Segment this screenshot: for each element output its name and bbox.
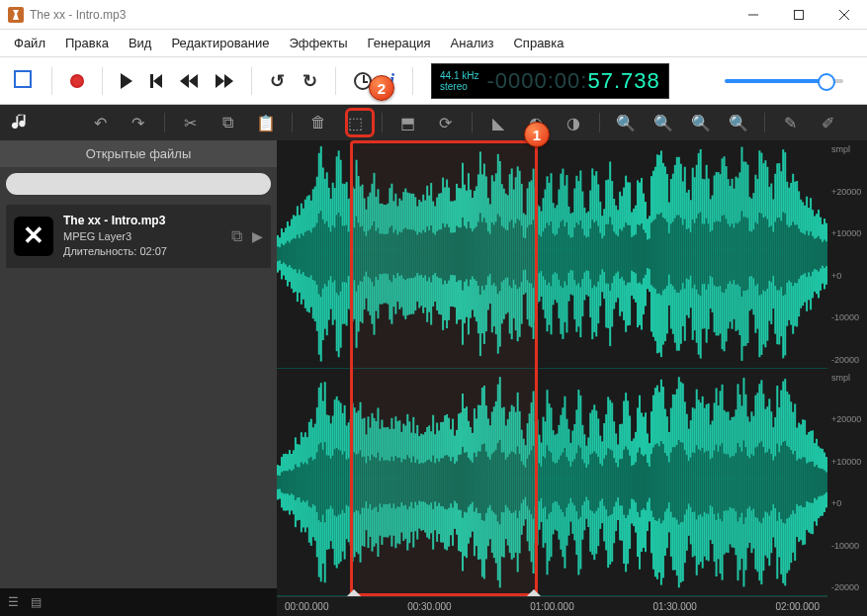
svg-rect-497 bbox=[756, 223, 758, 284]
svg-rect-921 bbox=[621, 459, 623, 505]
menu-effects[interactable]: Эффекты bbox=[279, 32, 357, 54]
maximize-button[interactable] bbox=[776, 0, 822, 30]
zoom-fit-button[interactable]: 🔍 bbox=[727, 111, 750, 134]
svg-rect-409 bbox=[670, 223, 672, 284]
delete-button[interactable]: 🗑 bbox=[306, 111, 330, 134]
ruler-tick: -10000 bbox=[827, 312, 867, 322]
svg-rect-89 bbox=[356, 217, 358, 292]
svg-rect-1097 bbox=[794, 451, 796, 513]
zoom-out-button[interactable]: 🔍 bbox=[651, 111, 675, 134]
svg-rect-971 bbox=[670, 452, 672, 511]
svg-rect-725 bbox=[428, 459, 430, 504]
menu-help[interactable]: Справка bbox=[503, 32, 573, 54]
svg-rect-903 bbox=[603, 458, 605, 505]
tool-pencil-icon[interactable]: ✎ bbox=[779, 111, 803, 134]
svg-rect-1091 bbox=[788, 447, 790, 517]
svg-rect-1055 bbox=[752, 455, 754, 508]
svg-rect-861 bbox=[562, 452, 564, 511]
svg-rect-727 bbox=[430, 462, 432, 502]
menu-analysis[interactable]: Анализ bbox=[441, 32, 504, 54]
svg-rect-1059 bbox=[756, 446, 758, 517]
stop-button[interactable] bbox=[12, 68, 34, 94]
file-meta: The xx - Intro.mp3 MPEG Layer3 Длительно… bbox=[63, 213, 221, 260]
tool-brush-icon[interactable]: ✐ bbox=[817, 111, 840, 134]
view-grid-icon[interactable]: ▤ bbox=[31, 595, 42, 609]
svg-rect-1081 bbox=[778, 452, 780, 512]
svg-rect-697 bbox=[400, 462, 402, 502]
paste-button[interactable]: 📋 bbox=[254, 111, 278, 134]
time-ruler[interactable]: 00:00.000 00:30.000 01:00.000 01:30.000 … bbox=[277, 596, 827, 616]
svg-rect-397 bbox=[658, 215, 660, 294]
svg-rect-111 bbox=[377, 228, 379, 280]
svg-rect-1043 bbox=[740, 451, 742, 512]
svg-rect-779 bbox=[481, 444, 483, 520]
menu-view[interactable]: Вид bbox=[119, 32, 162, 54]
play-button[interactable] bbox=[121, 73, 132, 89]
svg-rect-393 bbox=[654, 220, 656, 289]
svg-rect-125 bbox=[390, 225, 392, 282]
svg-rect-545 bbox=[804, 234, 806, 273]
menu-edit[interactable]: Правка bbox=[55, 32, 119, 54]
record-button[interactable] bbox=[70, 74, 84, 88]
fade-out-icon[interactable]: ◑ bbox=[562, 111, 585, 134]
svg-rect-1077 bbox=[774, 456, 776, 508]
redo-button[interactable]: ↷ bbox=[127, 111, 150, 134]
waveform-canvas[interactable] bbox=[277, 140, 827, 596]
svg-rect-83 bbox=[350, 231, 352, 277]
file-item[interactable]: ✕ The xx - Intro.mp3 MPEG Layer3 Длитель… bbox=[6, 205, 271, 268]
svg-rect-349 bbox=[611, 224, 613, 283]
svg-rect-149 bbox=[414, 231, 416, 277]
svg-rect-97 bbox=[364, 231, 366, 276]
menu-editing[interactable]: Редактирование bbox=[161, 32, 279, 54]
file-play-icon[interactable]: ▶ bbox=[252, 228, 263, 244]
zoom-in-button[interactable]: 🔍 bbox=[614, 111, 638, 134]
svg-rect-427 bbox=[688, 228, 690, 280]
svg-rect-865 bbox=[565, 457, 567, 507]
loop-selection-button[interactable]: ↻ bbox=[303, 70, 317, 92]
zoom-reset-button[interactable]: 🔍 bbox=[689, 111, 713, 134]
search-input[interactable] bbox=[6, 173, 271, 195]
svg-rect-795 bbox=[497, 443, 499, 521]
time-tick: 00:00.000 bbox=[285, 601, 329, 612]
svg-rect-811 bbox=[513, 452, 515, 512]
minimize-button[interactable] bbox=[731, 0, 776, 30]
undo-button[interactable]: ↶ bbox=[89, 111, 113, 134]
svg-rect-849 bbox=[551, 452, 553, 511]
svg-rect-139 bbox=[404, 227, 406, 280]
close-button[interactable] bbox=[822, 0, 867, 30]
copy-button[interactable]: ⧉ bbox=[217, 111, 240, 134]
menu-generate[interactable]: Генерация bbox=[358, 32, 441, 54]
select-all-button[interactable]: ⬒ bbox=[396, 111, 420, 134]
svg-rect-613 bbox=[318, 444, 320, 520]
loop-button[interactable]: ↺ bbox=[270, 70, 285, 92]
svg-rect-389 bbox=[650, 222, 652, 285]
skip-start-button[interactable] bbox=[150, 74, 162, 88]
view-list-icon[interactable]: ☰ bbox=[8, 595, 19, 609]
svg-rect-785 bbox=[487, 456, 489, 507]
cut-button[interactable]: ✂ bbox=[179, 111, 203, 134]
refresh-button[interactable]: ⟳ bbox=[434, 111, 458, 134]
svg-rect-387 bbox=[649, 238, 650, 269]
volume-slider[interactable] bbox=[725, 79, 843, 83]
svg-rect-933 bbox=[633, 465, 635, 499]
svg-rect-929 bbox=[629, 455, 631, 508]
svg-rect-1113 bbox=[810, 461, 812, 502]
rewind-button[interactable] bbox=[180, 74, 198, 88]
menu-file[interactable]: Файл bbox=[4, 32, 55, 54]
svg-rect-443 bbox=[704, 224, 706, 284]
svg-rect-655 bbox=[360, 450, 362, 514]
crop-button[interactable]: ⬚ bbox=[344, 111, 368, 134]
fade-ramp-icon[interactable]: ◣ bbox=[486, 111, 510, 134]
fastforward-button[interactable] bbox=[216, 74, 233, 88]
svg-rect-1027 bbox=[726, 454, 728, 510]
file-link-icon[interactable]: ⧉ bbox=[231, 227, 242, 245]
svg-rect-839 bbox=[541, 466, 543, 497]
svg-rect-233 bbox=[497, 214, 499, 294]
svg-rect-565 bbox=[824, 239, 825, 268]
svg-rect-213 bbox=[477, 222, 479, 286]
svg-rect-379 bbox=[641, 223, 643, 284]
svg-rect-329 bbox=[591, 220, 593, 288]
waveform-area[interactable]: smpl +20000 +10000 +0 -10000 -20000 smpl… bbox=[277, 140, 867, 616]
svg-rect-793 bbox=[495, 449, 497, 514]
svg-rect-603 bbox=[308, 458, 310, 506]
